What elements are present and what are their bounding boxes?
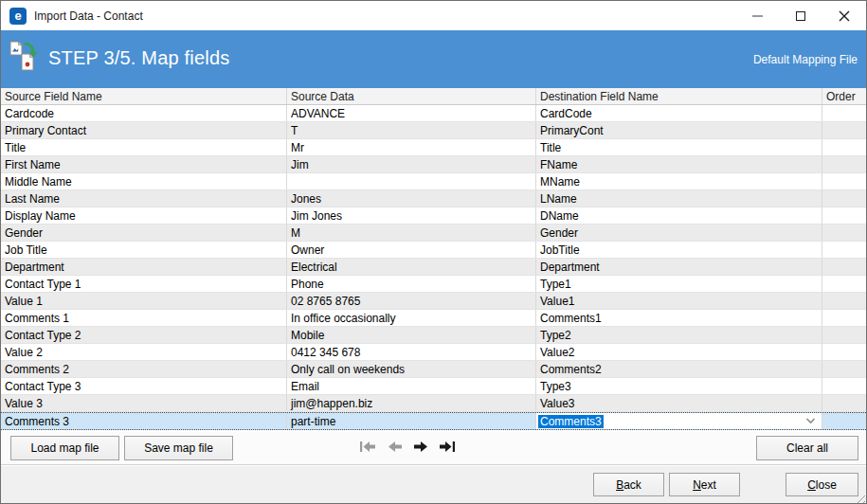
destination-field-cell[interactable]: Comments1 [536, 310, 822, 326]
table-row[interactable]: Value 2 0412 345 678 Value2 [1, 344, 867, 361]
order-cell [822, 259, 867, 275]
destination-field-cell[interactable]: Type3 [536, 378, 822, 394]
source-data-cell: M [287, 225, 536, 241]
destination-combobox-text: Comments3 [538, 415, 604, 428]
destination-field-cell[interactable]: Value3 [536, 395, 822, 411]
destination-field-cell[interactable]: Type1 [536, 276, 822, 292]
destination-field-cell[interactable]: Comments2 [536, 361, 822, 377]
table-row[interactable]: Middle Name MName [1, 173, 867, 190]
minimize-icon [752, 15, 763, 17]
order-cell [822, 378, 867, 394]
step-title: STEP 3/5. Map fields [48, 47, 230, 69]
table-row[interactable]: Department Electrical Department [1, 259, 867, 276]
save-map-file-button[interactable]: Save map file [124, 436, 233, 460]
table-row[interactable]: Display Name Jim Jones DName [1, 207, 867, 225]
source-data-cell: In office occasionally [287, 310, 536, 326]
destination-field-cell[interactable]: Value2 [536, 344, 822, 360]
source-field-cell: Gender [1, 225, 287, 241]
order-cell [822, 242, 867, 258]
clear-all-button[interactable]: Clear all [756, 436, 858, 460]
table-header-row: Source Field Name Source Data Destinatio… [1, 88, 867, 105]
maximize-button[interactable] [779, 1, 822, 30]
order-cell [822, 310, 867, 326]
table-row[interactable]: Gender M Gender [1, 225, 867, 242]
table-row[interactable]: Comments 2 Only call on weekends Comment… [1, 361, 867, 378]
order-cell [822, 156, 867, 172]
destination-field-cell[interactable]: MName [536, 173, 822, 189]
close-icon [839, 10, 850, 22]
destination-field-cell[interactable]: PrimaryCont [536, 122, 822, 138]
table-row[interactable]: Value 3 jim@happen.biz Value3 [1, 395, 867, 412]
back-button[interactable]: Back [593, 473, 664, 496]
source-field-cell: Value 2 [1, 344, 287, 360]
table-row[interactable]: Title Mr Title [1, 139, 867, 156]
destination-field-cell[interactable]: JobTitle [536, 242, 822, 258]
source-data-cell: Electrical [287, 259, 536, 275]
source-field-cell: Value 1 [1, 293, 287, 309]
destination-field-cell[interactable]: LName [536, 190, 822, 207]
source-field-cell: Comments 3 [1, 413, 287, 429]
table-row[interactable]: Contact Type 1 Phone Type1 [1, 276, 867, 293]
source-data-cell: 02 8765 8765 [287, 293, 536, 309]
order-cell [822, 413, 867, 429]
table-row[interactable]: Contact Type 2 Mobile Type2 [1, 327, 867, 344]
first-record-icon [359, 441, 376, 453]
load-map-file-button[interactable]: Load map file [10, 436, 119, 460]
close-button[interactable]: Close [786, 473, 858, 496]
nav-next-button[interactable] [412, 441, 429, 454]
chevron-down-icon[interactable] [805, 418, 816, 424]
next-button[interactable]: Next [669, 473, 740, 496]
order-cell [822, 293, 867, 309]
destination-field-cell[interactable]: CardCode [536, 105, 822, 121]
step-banner: STEP 3/5. Map fields Default Mapping Fil… [1, 30, 866, 88]
source-data-cell: part-time [287, 413, 536, 429]
next-record-icon [413, 441, 429, 453]
mapping-table: Source Field Name Source Data Destinatio… [1, 88, 867, 432]
source-data-cell: Jim [287, 156, 536, 172]
destination-field-cell[interactable]: Value1 [536, 293, 822, 309]
order-cell [822, 139, 867, 155]
source-data-cell: Phone [287, 276, 536, 292]
source-field-cell: Comments 1 [1, 310, 287, 326]
table-row[interactable]: First Name Jim FName [1, 156, 867, 173]
table-row[interactable]: Comments 1 In office occasionally Commen… [1, 310, 867, 327]
source-data-cell: T [287, 122, 536, 138]
destination-field-cell[interactable]: Department [536, 259, 822, 275]
source-data-cell: Jones [287, 190, 536, 207]
table-row[interactable]: Contact Type 3 Email Type3 [1, 378, 867, 395]
import-documents-icon [8, 39, 44, 73]
table-row[interactable]: Job Title Owner JobTitle [1, 242, 867, 259]
order-cell [822, 361, 867, 377]
nav-last-button[interactable] [439, 441, 456, 454]
order-cell [822, 327, 867, 343]
source-data-cell: Only call on weekends [287, 361, 536, 377]
order-cell [822, 105, 867, 121]
source-data-cell [287, 173, 536, 189]
mapping-table-body: Cardcode ADVANCE CardCode Primary Contac… [1, 105, 867, 430]
order-cell [822, 344, 867, 360]
nav-prev-button [386, 441, 403, 454]
destination-field-cell[interactable]: Type2 [536, 327, 822, 343]
table-row[interactable]: Primary Contact T PrimaryCont [1, 122, 867, 139]
table-row[interactable]: Comments 3 part-time Comments3 [1, 412, 867, 430]
table-row[interactable]: Last Name Jones LName [1, 190, 867, 207]
minimize-button[interactable] [735, 1, 779, 30]
destination-field-cell[interactable]: Title [536, 139, 822, 155]
table-row[interactable]: Cardcode ADVANCE CardCode [1, 105, 867, 122]
source-field-cell: Contact Type 2 [1, 327, 287, 343]
order-cell [822, 225, 867, 241]
table-row[interactable]: Value 1 02 8765 8765 Value1 [1, 293, 867, 310]
app-logo-icon: e [9, 8, 27, 25]
destination-field-cell[interactable]: Comments3 [536, 413, 822, 429]
window-title: Import Data - Contact [34, 9, 143, 23]
source-data-cell: Mr [287, 139, 536, 155]
order-cell [822, 122, 867, 138]
maximize-icon [796, 11, 805, 21]
record-navigator [359, 441, 456, 454]
close-window-button[interactable] [822, 1, 866, 30]
destination-field-cell[interactable]: DName [536, 207, 822, 224]
destination-field-cell[interactable]: Gender [536, 225, 822, 241]
source-field-cell: Comments 2 [1, 361, 287, 377]
nav-first-button [359, 441, 376, 454]
destination-field-cell[interactable]: FName [536, 156, 822, 172]
